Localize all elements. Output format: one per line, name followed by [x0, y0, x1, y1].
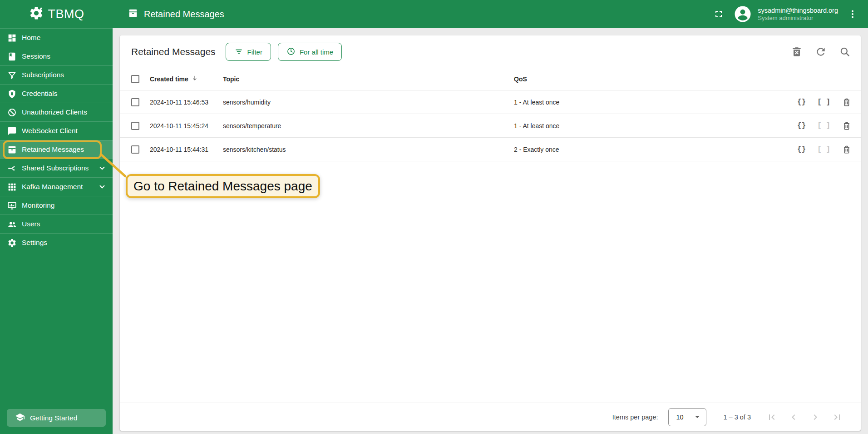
table-row[interactable]: 2024-10-11 15:46:53 sensors/humidity 1 -… [120, 90, 861, 114]
filter-button-label: Filter [247, 48, 262, 56]
sidebar-item-label: Settings [22, 239, 47, 247]
sidebar-menu: Home Sessions Subscriptions Credentials [0, 28, 113, 252]
column-header-topic[interactable]: Topic [223, 75, 514, 83]
select-all-checkbox[interactable] [131, 75, 139, 83]
sidebar-item-label: Kafka Management [22, 183, 83, 191]
table-header-row: Created time Topic QoS [120, 68, 861, 90]
items-per-page-select[interactable]: 10 [668, 408, 706, 426]
refresh-button[interactable] [815, 46, 827, 58]
retained-messages-card: Retained Messages Filter For all time [120, 35, 861, 431]
table-toolbar-icons [791, 46, 851, 58]
time-range-button[interactable]: For all time [278, 43, 342, 61]
tbmq-logo[interactable]: TBMQ [0, 0, 113, 28]
sidebar-item-label: Subscriptions [22, 71, 64, 79]
sidebar-item-subscriptions[interactable]: Subscriptions [0, 65, 113, 84]
archive-icon [128, 8, 138, 20]
sidebar-item-home[interactable]: Home [0, 28, 113, 47]
user-info[interactable]: sysadmin@thingsboard.org System administ… [758, 6, 838, 22]
people-icon [6, 218, 18, 230]
user-properties-button-disabled: [ ] [817, 122, 830, 130]
topic-cell: sensors/humidity [223, 99, 271, 106]
next-page-button[interactable] [810, 412, 821, 423]
sidebar-item-monitoring[interactable]: Monitoring [0, 196, 113, 215]
annotation-tooltip: Go to Retained Messages page [126, 174, 320, 198]
dropdown-caret-icon [695, 416, 700, 418]
topbar: Retained Messages sysadmin@thingsboard.o… [113, 0, 868, 28]
chat-icon [6, 125, 18, 137]
time-range-button-label: For all time [300, 48, 333, 56]
logo-text: TBMQ [48, 7, 84, 21]
sidebar-item-credentials[interactable]: Credentials [0, 84, 113, 103]
sidebar-item-label: Shared Subscriptions [22, 164, 89, 172]
column-header-qos[interactable]: QoS [514, 75, 784, 83]
row-checkbox[interactable] [131, 98, 139, 106]
filter-button[interactable]: Filter [226, 43, 271, 61]
user-role: System administrator [758, 15, 838, 22]
user-properties-button[interactable]: [ ] [817, 98, 830, 106]
show-payload-json-button[interactable]: {} [797, 98, 806, 106]
sidebar-item-label: Home [22, 34, 40, 42]
row-checkbox[interactable] [131, 122, 139, 130]
previous-page-button[interactable] [788, 412, 799, 423]
table-row[interactable]: 2024-10-11 15:44:31 sensors/kitchen/stat… [120, 138, 861, 161]
branch-icon [6, 162, 18, 174]
sidebar-item-sessions[interactable]: Sessions [0, 47, 113, 65]
qos-cell: 1 - At least once [514, 122, 559, 130]
clear-all-retained-messages-button[interactable] [791, 46, 803, 58]
qos-cell: 1 - At least once [514, 99, 559, 106]
monitor-icon [6, 200, 18, 211]
sidebar-item-shared-subscriptions[interactable]: Shared Subscriptions [0, 159, 113, 177]
sidebar-item-websocket-client[interactable]: WebSocket Client [0, 121, 113, 140]
qos-cell: 2 - Exactly once [514, 146, 559, 153]
book-icon [6, 50, 18, 62]
sidebar-item-users[interactable]: Users [0, 215, 113, 233]
topic-cell: sensors/kitchen/status [223, 146, 286, 153]
user-email: sysadmin@thingsboard.org [758, 6, 838, 15]
sidebar-item-label: Unauthorized Clients [22, 108, 87, 116]
getting-started-button[interactable]: Getting Started [7, 409, 106, 427]
topic-cell: sensors/temperature [223, 122, 281, 130]
sidebar-item-label: Users [22, 220, 40, 228]
delete-row-button[interactable] [842, 145, 852, 155]
search-icon[interactable] [839, 46, 851, 58]
blocked-icon [6, 106, 18, 118]
chevron-down-icon [98, 164, 106, 172]
topbar-title: Retained Messages [128, 8, 224, 20]
table-row[interactable]: 2024-10-11 15:45:24 sensors/temperature … [120, 114, 861, 138]
sidebar-item-kafka-management[interactable]: Kafka Management [0, 177, 113, 196]
sidebar-item-label: WebSocket Client [22, 127, 78, 135]
clock-icon [286, 47, 296, 57]
sidebar-item-label: Credentials [22, 90, 57, 98]
archive-icon [6, 144, 18, 155]
sidebar-item-settings[interactable]: Settings [0, 233, 113, 252]
page-title: Retained Messages [131, 46, 216, 57]
sidebar-item-label: Retained Messages [22, 145, 84, 154]
row-checkbox[interactable] [131, 145, 139, 154]
pagination-controls [766, 412, 843, 423]
main-area: Retained Messages sysadmin@thingsboard.o… [113, 0, 868, 434]
fullscreen-button[interactable] [713, 9, 724, 20]
sidebar-item-retained-messages[interactable]: Retained Messages [0, 140, 113, 159]
more-vert-menu-button[interactable] [847, 9, 858, 20]
delete-row-button[interactable] [842, 97, 852, 107]
column-header-created-time[interactable]: Created time [150, 75, 223, 84]
getting-started-label: Getting Started [30, 414, 77, 422]
last-page-button[interactable] [832, 412, 843, 423]
topbar-right: sysadmin@thingsboard.org System administ… [713, 5, 858, 24]
pagination-range-label: 1 – 3 of 3 [724, 414, 751, 421]
first-page-button[interactable] [766, 412, 777, 423]
sidebar-item-unauthorized-clients[interactable]: Unauthorized Clients [0, 103, 113, 121]
show-payload-json-button[interactable]: {} [797, 145, 806, 154]
tbmq-gear-logo-icon [29, 5, 44, 23]
chevron-down-icon [98, 183, 106, 191]
filter-lines-icon [234, 47, 243, 57]
items-per-page-value: 10 [676, 414, 684, 421]
show-payload-json-button[interactable]: {} [797, 122, 806, 130]
tbmq-app: TBMQ Home Sessions Subscriptions [0, 0, 868, 434]
card-header: Retained Messages Filter For all time [120, 35, 861, 68]
delete-row-button[interactable] [842, 121, 852, 131]
funnel-icon [6, 69, 18, 81]
items-per-page-label: Items per page: [612, 414, 658, 421]
pagination-bar: Items per page: 10 1 – 3 of 3 [120, 403, 861, 431]
user-avatar[interactable] [733, 5, 752, 24]
